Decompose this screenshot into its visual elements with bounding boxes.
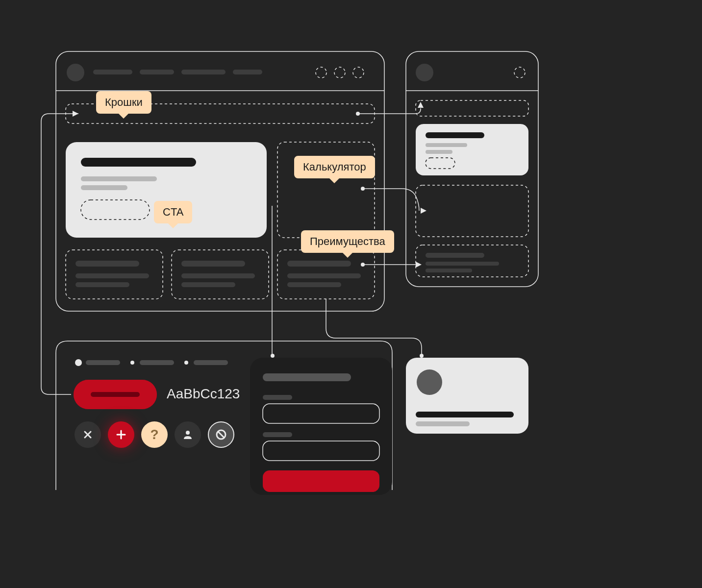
svg-point-23: [514, 67, 525, 78]
svg-rect-32: [426, 253, 484, 258]
svg-line-56: [218, 432, 224, 438]
svg-rect-44: [263, 395, 292, 400]
user-icon[interactable]: [175, 421, 201, 448]
svg-rect-10: [81, 176, 157, 181]
plus-icon[interactable]: [108, 421, 134, 448]
svg-rect-38: [140, 360, 174, 365]
svg-marker-49: [418, 102, 424, 108]
svg-rect-45: [263, 432, 292, 437]
svg-rect-33: [426, 262, 499, 266]
svg-rect-20: [287, 282, 341, 287]
svg-rect-15: [181, 261, 245, 267]
tooltip-cta: CTA: [154, 201, 192, 223]
close-icon[interactable]: [75, 421, 101, 448]
svg-rect-4: [181, 70, 226, 74]
question-icon[interactable]: ?: [141, 421, 168, 448]
svg-rect-47: [416, 412, 514, 417]
svg-marker-50: [73, 111, 78, 117]
svg-marker-53: [416, 262, 422, 268]
svg-point-8: [353, 67, 364, 78]
svg-rect-12: [75, 261, 139, 267]
svg-rect-43: [263, 373, 351, 381]
svg-rect-28: [426, 150, 452, 154]
svg-rect-16: [181, 273, 255, 278]
svg-rect-25: [416, 124, 528, 175]
svg-rect-48: [416, 421, 470, 426]
svg-rect-18: [287, 261, 351, 267]
svg-point-6: [316, 67, 326, 78]
tooltip-benefits: Преимущества: [301, 230, 394, 253]
svg-point-22: [416, 64, 433, 81]
typography-sample: AaBbCc123: [167, 386, 240, 402]
svg-rect-2: [93, 70, 132, 74]
svg-point-54: [186, 431, 190, 435]
svg-rect-9: [81, 158, 196, 167]
tooltip-breadcrumbs: Крошки: [96, 91, 151, 114]
svg-rect-3: [140, 70, 174, 74]
svg-rect-11: [81, 185, 127, 190]
svg-rect-13: [75, 273, 149, 278]
svg-rect-27: [426, 143, 467, 147]
svg-point-37: [130, 361, 134, 365]
svg-rect-26: [426, 132, 484, 138]
svg-rect-17: [181, 282, 235, 287]
svg-rect-24: [416, 100, 528, 116]
svg-point-39: [184, 361, 188, 365]
tooltip-calculator: Калькулятор: [294, 156, 375, 178]
svg-rect-30: [416, 185, 528, 237]
form-submit-button[interactable]: [263, 470, 379, 492]
svg-point-1: [67, 64, 84, 81]
svg-rect-34: [426, 269, 472, 272]
svg-point-7: [334, 67, 345, 78]
svg-point-46: [417, 369, 442, 395]
svg-rect-5: [233, 70, 262, 74]
svg-rect-19: [287, 273, 361, 278]
svg-rect-14: [75, 282, 129, 287]
svg-rect-40: [194, 360, 228, 365]
ban-icon[interactable]: [208, 421, 234, 448]
svg-marker-52: [421, 208, 426, 214]
svg-rect-36: [86, 360, 120, 365]
svg-rect-42: [91, 392, 140, 397]
